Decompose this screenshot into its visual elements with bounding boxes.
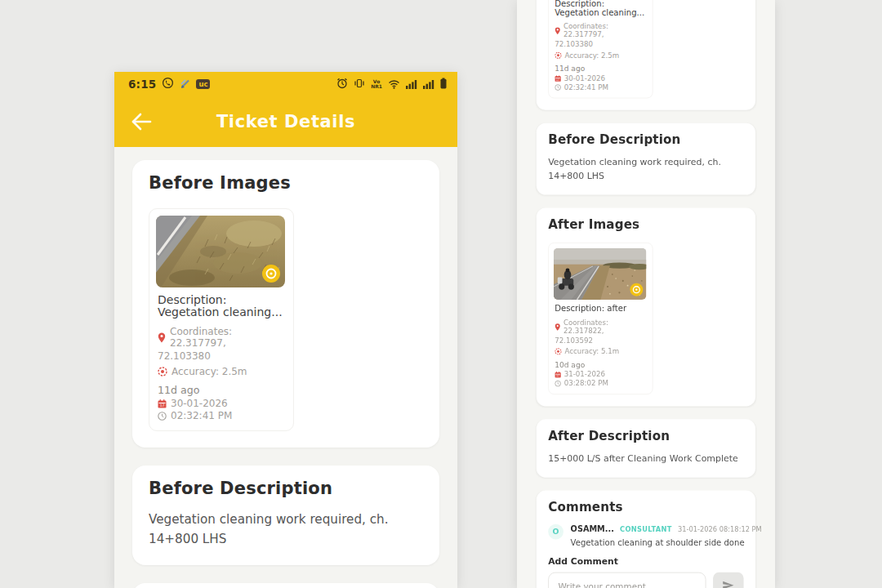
comments-title: Comments (548, 500, 743, 514)
after-photo-thumbnail[interactable] (554, 248, 647, 300)
photo-description-value: Vegetation cleaning... (555, 8, 646, 17)
date-text: 30-01-2026 (564, 74, 605, 82)
add-comment-label: Add Comment (548, 555, 743, 566)
date-text: 30-01-2026 (171, 398, 228, 409)
date-row: 17 30-01-2026 (158, 398, 285, 409)
send-button[interactable] (713, 572, 743, 588)
alarm-icon (336, 77, 348, 92)
age-text: 11d ago (158, 385, 285, 396)
coordinates-text-2: 72.103380 (158, 350, 285, 362)
comment-timestamp: 31-01-2026 08:18:12 PM (678, 525, 762, 533)
accuracy-target-icon (555, 348, 562, 355)
before-photo-thumbnail[interactable] (156, 216, 285, 287)
comment-main: OSAMM... CONSULTANT 31-01-2026 08:18:12 … (571, 523, 762, 546)
coordinates-text-2: 72.103380 (555, 40, 646, 48)
age-text: 11d ago (555, 65, 646, 73)
calendar-icon: 17 (555, 372, 561, 378)
accuracy-target-icon (555, 51, 562, 59)
accuracy-row: Accuracy: 5.1m (555, 347, 646, 355)
date-row: 17 31-01-2026 (555, 370, 646, 378)
map-pin-icon (158, 332, 166, 343)
accuracy-text: Accuracy: 2.5m (564, 51, 619, 60)
before-description-title: Before Description (548, 132, 743, 147)
accuracy-text: Accuracy: 2.5m (172, 366, 247, 377)
after-description-card: After Description 15+000 L/S after Clean… (537, 419, 755, 477)
photo-description-label: Description: (158, 294, 285, 306)
uc-browser-icon: uc (196, 79, 210, 90)
before-photo-item: Description: Vegetation cleaning... Coor… (149, 208, 294, 431)
status-bar-right: Vo NR1 (336, 77, 447, 92)
status-notification-icon (180, 77, 190, 92)
calendar-icon: 17 (158, 399, 167, 408)
date-row: 17 30-01-2026 (555, 74, 646, 82)
app-bar: Ticket Details (114, 96, 457, 147)
comment-input-row (548, 572, 743, 588)
time-text: 02:32:41 PM (171, 410, 232, 421)
location-badge-icon (630, 283, 644, 296)
clock-icon (555, 84, 561, 91)
role-badge: CONSULTANT (620, 525, 672, 533)
before-description-title: Before Description (149, 479, 423, 499)
time-row: 03:28:02 PM (555, 379, 646, 387)
after-description-text: 15+000 L/S after Cleaning Work Complete (548, 452, 743, 466)
before-photo-item: Description: Vegetation cleaning... Coor… (548, 0, 653, 98)
time-text: 03:28:02 PM (564, 379, 608, 387)
comment-item: O OSAMM... CONSULTANT 31-01-2026 08:18:1… (548, 523, 743, 546)
whatsapp-icon (162, 77, 174, 92)
after-images-card: After Images (132, 583, 439, 588)
svg-text:17: 17 (556, 78, 559, 81)
coordinates-text: Coordinates: 22.317797, (564, 22, 647, 38)
calendar-icon: 17 (555, 75, 561, 82)
phone-screen-primary: 6:15 uc Vo NR1 Ticket Details Before Ima… (114, 72, 457, 588)
clock-icon (158, 412, 167, 421)
before-description-text: Vegetation cleaning work required, ch. 1… (149, 510, 423, 549)
comment-author: OSAMM... (571, 523, 614, 533)
photo-description-value: Vegetation cleaning... (158, 306, 285, 318)
before-images-title: Before Images (149, 173, 423, 194)
ticket-details-scroll-continued: Before Images (517, 0, 775, 588)
svg-text:17: 17 (556, 374, 559, 377)
accuracy-text: Accuracy: 5.1m (564, 347, 619, 355)
date-text: 31-01-2026 (564, 370, 605, 378)
age-text: 10d ago (555, 361, 646, 369)
status-bar-left: 6:15 uc (128, 77, 210, 92)
before-description-card: Before Description Vegetation cleaning w… (132, 466, 439, 565)
phone-screen-secondary: Before Images (517, 0, 775, 588)
map-pin-icon (555, 323, 560, 330)
before-images-card: Before Images (132, 160, 439, 448)
after-photo-meta: Description: after Coordinates: 22.31782… (549, 300, 653, 394)
after-images-title: After Images (548, 217, 743, 232)
back-button[interactable] (127, 110, 155, 133)
signal-icon (423, 77, 434, 92)
accuracy-target-icon (158, 367, 167, 376)
before-photo-meta: Description: Vegetation cleaning... Coor… (549, 0, 653, 98)
coordinates-row: Coordinates: 22.317822, (555, 318, 646, 335)
signal-icon (406, 77, 417, 92)
photo-description-label: Description: after (555, 305, 646, 314)
time-text: 02:32:41 PM (564, 83, 608, 91)
send-icon (722, 580, 735, 588)
before-description-text: Vegetation cleaning work required, ch. 1… (548, 155, 743, 183)
accuracy-row: Accuracy: 2.5m (555, 51, 646, 60)
svg-text:17: 17 (160, 403, 165, 408)
page-title: Ticket Details (114, 112, 457, 131)
coordinates-row: Coordinates: 22.317797, (158, 326, 285, 349)
before-description-card: Before Description Vegetation cleaning w… (537, 123, 755, 195)
vibrate-icon (354, 77, 365, 92)
clock-icon (555, 380, 561, 386)
time-row: 02:32:41 PM (158, 410, 285, 421)
map-pin-icon (555, 27, 560, 34)
location-badge-icon (261, 264, 281, 283)
clock-time: 6:15 (128, 78, 156, 91)
comment-header: OSAMM... CONSULTANT 31-01-2026 08:18:12 … (571, 523, 762, 533)
accuracy-row: Accuracy: 2.5m (158, 366, 285, 377)
comment-input[interactable] (548, 572, 706, 588)
after-description-title: After Description (548, 429, 743, 443)
battery-icon (440, 77, 447, 92)
comment-text: Vegetation cleaning at shoulder side don… (571, 537, 762, 547)
time-row: 02:32:41 PM (555, 83, 646, 91)
after-images-card: After Images (537, 207, 755, 406)
before-photo-meta: Description: Vegetation cleaning... Coor… (149, 287, 293, 430)
vonr-indicator-icon: Vo NR1 (371, 79, 382, 89)
ticket-details-scroll: Before Images (114, 147, 457, 588)
